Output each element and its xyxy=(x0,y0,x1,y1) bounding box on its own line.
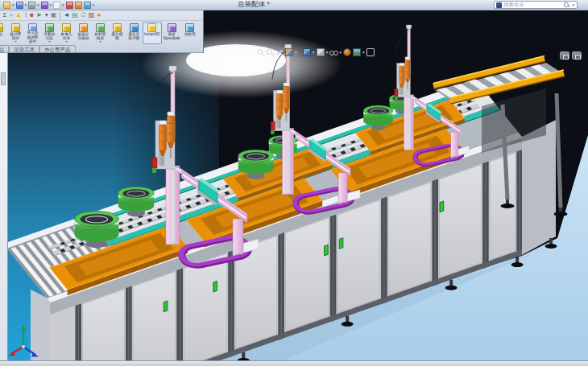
equations-icon[interactable]: Σ xyxy=(3,12,7,19)
rebuild-icon[interactable] xyxy=(66,2,73,9)
dropdown-caret-icon[interactable]: ▾ xyxy=(99,40,101,43)
disable-icon[interactable]: ∅ xyxy=(81,12,86,19)
button-label: 图 xyxy=(115,36,119,40)
ribbon-toolbar: 配合移动零部件▾显示隐藏的零部件装配体特征▾参考几何体▾新建运动算例材料明细表▾… xyxy=(0,21,203,44)
display-style-icon[interactable] xyxy=(317,48,325,56)
cabinet-door[interactable] xyxy=(337,200,380,314)
zoom-fit-icon[interactable] xyxy=(256,48,264,56)
dropdown-caret-icon[interactable]: ▾ xyxy=(326,50,329,55)
tab-办公室产品[interactable]: 办公室产品 xyxy=(39,45,76,53)
bill-of-materials-button[interactable]: 材料明细表▾ xyxy=(92,22,109,44)
instant3d-button[interactable]: Instant3D xyxy=(143,22,162,44)
search-icon[interactable] xyxy=(564,2,569,8)
door-handle[interactable] xyxy=(325,245,329,256)
dropdown-caret-icon[interactable]: ▾ xyxy=(295,50,297,55)
zoom-area-icon[interactable] xyxy=(266,48,274,56)
scene-icon[interactable]: ● xyxy=(97,12,101,19)
button-label: 动算例 xyxy=(78,36,89,40)
take-snapshot-button[interactable]: 拍快照 xyxy=(181,22,198,44)
chart-icon[interactable]: ▤ xyxy=(72,12,78,19)
tab-渲染工具[interactable]: 渲染工具 xyxy=(9,45,39,53)
button-label: 拍快照 xyxy=(184,32,196,36)
cut-icon[interactable]: × xyxy=(9,12,13,19)
export-icon[interactable]: ► xyxy=(36,12,43,19)
motion-icon[interactable]: ◄ xyxy=(63,12,69,19)
leveling-foot xyxy=(242,352,245,359)
reference-geometry-icon xyxy=(62,23,71,32)
dropdown-caret-icon[interactable]: ▾ xyxy=(14,40,16,43)
bill-of-materials-icon xyxy=(96,23,105,32)
door-handle[interactable] xyxy=(440,201,444,212)
explode-line-sketch-button[interactable]: 爆炸直线草图 xyxy=(126,22,143,44)
cabinet-door[interactable] xyxy=(184,253,226,366)
appearance2-icon[interactable]: ■ xyxy=(30,12,34,19)
hide-items-icon[interactable] xyxy=(329,48,337,56)
dropdown-caret-icon[interactable]: ▾ xyxy=(48,40,50,43)
exploded-view-icon xyxy=(113,23,122,32)
dropdown-caret-icon[interactable]: ▾ xyxy=(50,2,52,7)
panel-expand-handle[interactable] xyxy=(1,72,6,85)
select-icon[interactable] xyxy=(53,2,60,9)
dropdown-caret-icon[interactable]: ▾ xyxy=(313,50,315,55)
button-label: 线草图 xyxy=(129,36,140,40)
solidworks-search-icon xyxy=(496,2,502,8)
tab-评估[interactable]: 评估 xyxy=(0,45,9,53)
assembly-features-button[interactable]: 装配体特征▾ xyxy=(41,22,58,44)
secondary-toolbar: Σ×▲↕■►▾▣◄▤∅▥● xyxy=(0,10,203,21)
dropdown-caret-icon[interactable]: ▾ xyxy=(62,2,64,7)
show-hidden-components-button[interactable]: 显示隐藏的零部件 xyxy=(24,22,41,44)
grid-icon[interactable] xyxy=(84,2,91,9)
caret[interactable]: ▾ xyxy=(45,12,48,19)
dropdown-caret-icon[interactable]: ▾ xyxy=(25,2,27,7)
edit-appearance-icon[interactable] xyxy=(343,48,351,56)
close-window-button[interactable] xyxy=(572,51,582,60)
previous-view-icon[interactable] xyxy=(275,48,284,56)
mate-icon xyxy=(0,23,3,32)
cabinet-door[interactable] xyxy=(285,218,329,331)
dropdown-caret-icon[interactable]: ▾ xyxy=(37,2,39,7)
search-input[interactable]: 搜索命令 xyxy=(503,2,562,9)
door-handle[interactable] xyxy=(339,238,343,249)
exploded-view-button[interactable]: 爆炸视图 xyxy=(109,22,126,44)
warning-icon[interactable]: ▲ xyxy=(15,12,22,19)
instant3d-icon xyxy=(147,23,156,32)
feature-manager-collapsed[interactable] xyxy=(0,53,8,360)
arrows-icon[interactable]: ↕ xyxy=(24,12,27,19)
search-caret-icon[interactable]: ▾ xyxy=(572,2,574,7)
dropdown-caret-icon[interactable]: ▾ xyxy=(65,40,67,43)
search-box[interactable]: 搜索命令 ▾ xyxy=(494,1,578,9)
button-label: Speedpak xyxy=(164,36,180,40)
dropdown-caret-icon[interactable]: ▾ xyxy=(93,2,95,7)
window-icon[interactable]: ▣ xyxy=(51,12,57,19)
cabinet-door[interactable] xyxy=(440,165,482,278)
button-label: 部件 xyxy=(29,39,36,43)
mate-button[interactable]: 配合 xyxy=(0,22,7,44)
toolbar-separator xyxy=(60,12,60,19)
cabinet-door[interactable] xyxy=(133,272,176,366)
quick-access-toolbar: ▾▾▾▾▾▾ xyxy=(2,2,95,9)
dropdown-caret-icon[interactable]: ▾ xyxy=(12,2,14,7)
door-handle[interactable] xyxy=(164,301,168,312)
update-speed pak-icon xyxy=(168,23,176,32)
view-orientation-icon[interactable] xyxy=(303,48,311,56)
update-speed pak-button[interactable]: 更新Speedpak xyxy=(162,22,182,44)
open-icon[interactable] xyxy=(3,2,10,9)
cabinet-door[interactable] xyxy=(388,183,431,295)
ribbon-tab-row: 评估渲染工具办公室产品 xyxy=(0,44,203,53)
move-component-button[interactable]: 移动零部件▾ xyxy=(7,22,24,44)
leveling-foot xyxy=(346,316,349,323)
appearance-icon[interactable] xyxy=(75,2,82,9)
save-icon[interactable] xyxy=(16,2,23,9)
layers-icon[interactable]: ▥ xyxy=(89,12,95,19)
reference-geometry-button[interactable]: 参考几何体▾ xyxy=(58,22,75,44)
view-setting-icon[interactable] xyxy=(366,48,375,56)
dropdown-caret-icon[interactable]: ▾ xyxy=(362,50,365,55)
dropdown-caret-icon[interactable]: ▾ xyxy=(339,50,342,55)
restore-window-button[interactable] xyxy=(560,51,569,60)
undo-icon[interactable] xyxy=(41,2,48,9)
print-icon[interactable] xyxy=(28,2,35,9)
door-handle[interactable] xyxy=(213,281,217,292)
new-motion-study-button[interactable]: 新建运动算例 xyxy=(75,22,92,44)
section-view-icon[interactable] xyxy=(285,48,293,56)
apply-scene-icon[interactable] xyxy=(353,48,361,56)
